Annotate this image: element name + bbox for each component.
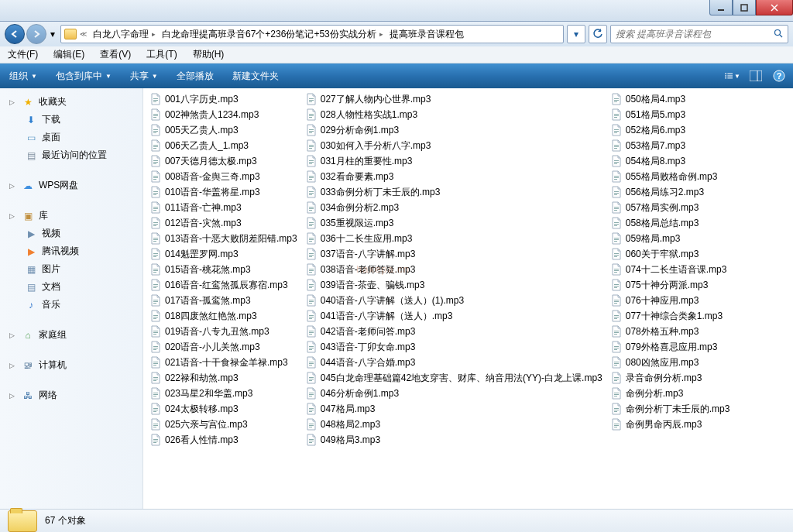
path-dropdown-button[interactable]: ▾	[567, 25, 585, 43]
file-item[interactable]: 039语音-茶壶、骗钱.mp3	[304, 277, 609, 293]
file-item[interactable]: 049格局3.mp3	[304, 432, 609, 448]
file-item[interactable]: 012语音-灾煞.mp3	[148, 215, 304, 231]
help-button[interactable]: ?	[771, 68, 787, 84]
back-button[interactable]	[5, 24, 25, 44]
file-item[interactable]: 041语音-八字讲解（送人）.mp3	[304, 308, 609, 324]
file-item[interactable]: 015语音-桃花煞.mp3	[148, 262, 304, 277]
file-item[interactable]: 020语音-小儿关煞.mp3	[148, 339, 304, 355]
file-item[interactable]: 048格局2.mp3	[304, 417, 609, 432]
file-item[interactable]: 036十二长生应用.mp3	[304, 231, 609, 246]
file-item[interactable]: 命例男命丙辰.mp3	[609, 417, 736, 432]
file-item[interactable]: 076十神应用.mp3	[609, 293, 736, 308]
file-item[interactable]: 002神煞贵人1234.mp3	[148, 107, 304, 122]
include-library-button[interactable]: 包含到库中▼	[53, 68, 115, 84]
file-item[interactable]: 043语音-丁卯女命.mp3	[304, 339, 609, 355]
file-item[interactable]: 006天乙贵人_1.mp3	[148, 138, 304, 153]
sidebar-documents[interactable]: ▤文档	[0, 278, 142, 296]
file-item[interactable]: 026看人性情.mp3	[148, 432, 304, 448]
file-item[interactable]: 058格局总结.mp3	[609, 215, 736, 231]
file-item[interactable]: 017语音-孤鸾煞.mp3	[148, 293, 304, 308]
sidebar-network[interactable]: ▷🖧网络	[0, 386, 142, 404]
file-item[interactable]: 060关于牢狱.mp3	[609, 246, 736, 262]
forward-button[interactable]	[26, 24, 46, 44]
sidebar-recent[interactable]: ▤最近访问的位置	[0, 146, 142, 164]
sidebar-desktop[interactable]: ▭桌面	[0, 129, 142, 146]
file-item[interactable]: 029分析命例1.mp3	[304, 122, 609, 138]
sidebar-libraries[interactable]: ▷▣库	[0, 207, 142, 225]
file-item[interactable]: 045白龙命理基础篇42地支穿害、财库、纳音用法(YY)-白龙上课.mp3	[304, 370, 609, 386]
breadcrumb-seg-3[interactable]: 提高班录音课程包	[386, 26, 467, 43]
file-item[interactable]: 005天乙贵人.mp3	[148, 122, 304, 138]
file-item[interactable]: 008语音-金舆三奇.mp3	[148, 169, 304, 184]
file-item[interactable]: 022禄和劫煞.mp3	[148, 370, 304, 386]
file-item[interactable]: 059格局.mp3	[609, 231, 736, 246]
menu-view[interactable]: 查看(V)	[97, 46, 134, 63]
sidebar-pictures[interactable]: ▦图片	[0, 260, 142, 278]
sidebar-homegroup[interactable]: ▷⌂家庭组	[0, 326, 142, 344]
file-item[interactable]: 016语音-红鸾煞孤辰寡宿.mp3	[148, 277, 304, 293]
file-item[interactable]: 052格局6.mp3	[609, 122, 736, 138]
file-item[interactable]: 074十二长生语音课.mp3	[609, 262, 736, 277]
file-item[interactable]: 028人物性格实战1.mp3	[304, 107, 609, 122]
file-item[interactable]: 033命例分析丁未壬辰的.mp3	[304, 184, 609, 200]
file-item[interactable]: 命例分析丁未壬辰的.mp3	[609, 401, 736, 417]
file-item[interactable]: 014魁罡罗网.mp3	[148, 246, 304, 262]
file-item[interactable]: 040语音-八字讲解（送人）(1).mp3	[304, 293, 609, 308]
sidebar-videos[interactable]: ▶视频	[0, 225, 142, 242]
menu-tools[interactable]: 工具(T)	[143, 46, 180, 63]
maximize-button[interactable]	[733, 0, 756, 15]
file-item[interactable]: 024太极转移.mp3	[148, 401, 304, 417]
file-item[interactable]: 044语音-八字合婚.mp3	[304, 355, 609, 370]
newfolder-button[interactable]: 新建文件夹	[229, 68, 282, 84]
file-item[interactable]: 034命例分析2.mp3	[304, 200, 609, 215]
file-item[interactable]: 019语音-八专九丑煞.mp3	[148, 324, 304, 339]
file-item[interactable]: 053格局7.mp3	[609, 138, 736, 153]
history-dropdown[interactable]: ▾	[48, 26, 57, 42]
view-options-button[interactable]: ▼	[725, 68, 740, 84]
file-item[interactable]: 007天德月德太极.mp3	[148, 153, 304, 169]
file-list-view[interactable]: 001八字历史.mp3002神煞贵人1234.mp3005天乙贵人.mp3006…	[143, 88, 793, 509]
minimize-button[interactable]	[709, 0, 733, 15]
file-item[interactable]: 080凶煞应用.mp3	[609, 355, 736, 370]
file-item[interactable]: 035重视限运.mp3	[304, 215, 609, 231]
share-button[interactable]: 共享▼	[127, 68, 161, 84]
file-item[interactable]: 054格局8.mp3	[609, 153, 736, 169]
menu-file[interactable]: 文件(F)	[5, 46, 41, 63]
file-item[interactable]: 001八字历史.mp3	[148, 91, 304, 107]
file-item[interactable]: 046分析命例1.mp3	[304, 386, 609, 401]
sidebar-favorites[interactable]: ▷★收藏夹	[0, 93, 142, 111]
file-item[interactable]: 013语音-十恶大败阴差阳错.mp3	[148, 231, 304, 246]
file-item[interactable]: 051格局5.mp3	[609, 107, 736, 122]
menu-edit[interactable]: 编辑(E)	[50, 46, 88, 63]
breadcrumb-root[interactable]: ≪	[61, 26, 90, 43]
menu-help[interactable]: 帮助(H)	[190, 46, 228, 63]
breadcrumb-seg-1[interactable]: 白龙八字命理▸	[90, 26, 159, 43]
sidebar-wps[interactable]: ▷☁WPS网盘	[0, 177, 142, 194]
file-item[interactable]: 055格局败格命例.mp3	[609, 169, 736, 184]
file-item[interactable]: 命例分析.mp3	[609, 386, 736, 401]
file-item[interactable]: 077十神综合类象1.mp3	[609, 308, 736, 324]
search-box[interactable]	[610, 25, 788, 43]
sidebar-downloads[interactable]: ⬇下载	[0, 111, 142, 129]
file-item[interactable]: 021语音-十干食禄金羊禄.mp3	[148, 355, 304, 370]
file-item[interactable]: 025六亲与宫位.mp3	[148, 417, 304, 432]
file-item[interactable]: 027了解人物内心世界.mp3	[304, 91, 609, 107]
file-item[interactable]: 047格局.mp3	[304, 401, 609, 417]
file-item[interactable]: 030如何入手分析八字.mp3	[304, 138, 609, 153]
search-input[interactable]	[616, 29, 771, 39]
file-item[interactable]: 079外格喜忌应用.mp3	[609, 339, 736, 355]
breadcrumb-bar[interactable]: ≪ 白龙八字命理▸ 白龙命理提高班录音67个+236份笔记+53份实战分析▸ 提…	[60, 25, 564, 43]
file-item[interactable]: 011语音-亡神.mp3	[148, 200, 304, 215]
close-button[interactable]	[756, 0, 793, 15]
organize-button[interactable]: 组织▼	[6, 68, 40, 84]
file-item[interactable]: 075十神分两派.mp3	[609, 277, 736, 293]
file-item[interactable]: 010语音-华盖将星.mp3	[148, 184, 304, 200]
preview-pane-button[interactable]	[748, 68, 764, 84]
sidebar-music[interactable]: ♪音乐	[0, 296, 142, 314]
file-item[interactable]: 050格局4.mp3	[609, 91, 736, 107]
sidebar-computer[interactable]: ▷🖳计算机	[0, 356, 142, 374]
file-item[interactable]: 056格局练习2.mp3	[609, 184, 736, 200]
file-item[interactable]: 录音命例分析.mp3	[609, 370, 736, 386]
file-item[interactable]: 078外格五种.mp3	[609, 324, 736, 339]
file-item[interactable]: 038语音-老师答疑.mp3	[304, 262, 609, 277]
